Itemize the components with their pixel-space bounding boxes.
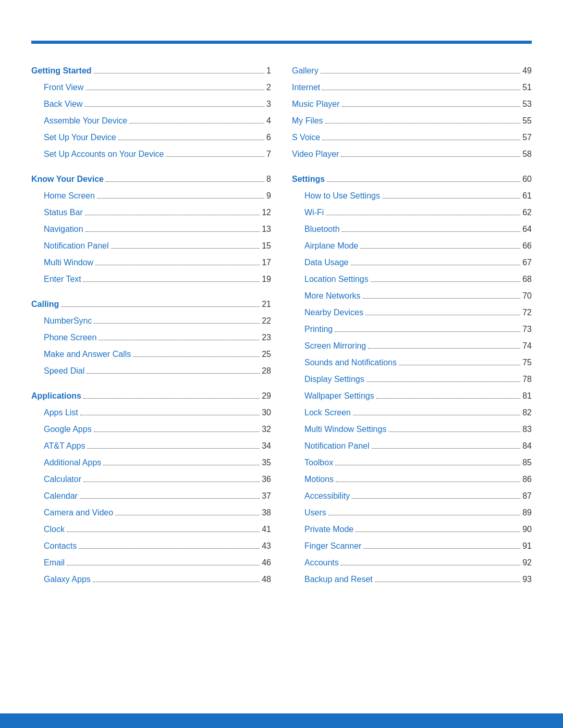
- entry-dots: [356, 532, 520, 532]
- entry-dots: [341, 565, 520, 565]
- entry-page: 64: [522, 223, 532, 236]
- entry-dots: [85, 90, 264, 90]
- toc-entry: Accessibility87: [292, 490, 532, 502]
- entry-page: 89: [522, 507, 532, 519]
- entry-title: Enter Text: [31, 273, 81, 286]
- entry-dots: [95, 265, 260, 265]
- entry-page: 66: [522, 240, 532, 252]
- footer-bar: [0, 713, 563, 728]
- entry-page: 82: [522, 406, 532, 419]
- entry-title: Calendar: [31, 490, 78, 502]
- toc-entry: Applications29: [31, 390, 271, 402]
- entry-title: Contacts: [31, 540, 77, 552]
- toc-entry: Multi Window17: [31, 256, 271, 269]
- entry-dots: [366, 381, 520, 382]
- entry-page: 34: [262, 440, 271, 452]
- entry-dots: [111, 248, 260, 249]
- toc-entry: Music Player53: [292, 98, 532, 110]
- toc-entry: Clock41: [31, 523, 271, 536]
- entry-title: Calling: [31, 298, 59, 311]
- entry-title: Galaxy Apps: [31, 573, 91, 586]
- entry-title: Camera and Video: [31, 507, 113, 519]
- entry-dots: [336, 482, 520, 482]
- entry-title: Bluetooth: [292, 223, 340, 236]
- entry-title: Make and Answer Calls: [31, 348, 131, 361]
- entry-dots: [376, 398, 521, 399]
- entry-title: Accessibility: [292, 490, 350, 502]
- entry-title: Printing: [292, 323, 333, 336]
- toc-entry: Users89: [292, 507, 532, 519]
- toc-entry: Google Apps32: [31, 423, 271, 436]
- toc-entry: Screen Mirroring74: [292, 340, 532, 352]
- entry-page: 51: [522, 81, 532, 94]
- entry-title: Phone Screen: [31, 331, 96, 344]
- toc-entry: Wi-Fi62: [292, 206, 532, 219]
- toc-entry: Notification Panel15: [31, 240, 271, 252]
- entry-dots: [67, 532, 260, 532]
- entry-page: 86: [522, 473, 532, 486]
- entry-dots: [322, 140, 520, 140]
- entry-page: 49: [522, 65, 532, 77]
- entry-title: Finger Scanner: [292, 540, 361, 552]
- entry-title: Set Up Accounts on Your Device: [31, 148, 164, 161]
- entry-dots: [99, 340, 260, 340]
- entry-page: 32: [262, 423, 271, 436]
- entry-page: 48: [262, 573, 271, 586]
- toc-entry: Notification Panel84: [292, 440, 532, 452]
- toc-entry: Front View2: [31, 81, 271, 94]
- entry-page: 25: [262, 348, 271, 361]
- entry-title: Data Usage: [292, 256, 349, 269]
- entry-page: 60: [522, 173, 532, 186]
- entry-title: Video Player: [292, 148, 339, 161]
- page: Getting Started1Front View2Back View3Ass…: [0, 0, 563, 728]
- entry-page: 57: [522, 131, 532, 144]
- entry-page: 87: [522, 490, 532, 502]
- entry-dots: [94, 73, 265, 73]
- toc-entry: Internet51: [292, 81, 532, 94]
- entry-dots: [85, 215, 260, 215]
- entry-dots: [133, 356, 260, 357]
- entry-page: 15: [262, 240, 271, 252]
- entry-page: 92: [522, 557, 532, 569]
- toc-entry: Getting Started1: [31, 65, 271, 77]
- entry-page: 53: [522, 98, 532, 110]
- entry-page: 3: [266, 98, 271, 110]
- toc-entry: Enter Text19: [31, 273, 271, 286]
- toc-entry: Multi Window Settings83: [292, 423, 532, 436]
- entry-title: S Voice: [292, 131, 320, 144]
- entry-page: 38: [262, 507, 271, 519]
- toc-entry: Bluetooth64: [292, 223, 532, 236]
- entry-page: 29: [262, 390, 271, 402]
- toc-entry: Airplane Mode66: [292, 240, 532, 252]
- entry-dots: [363, 548, 520, 549]
- entry-dots: [97, 198, 264, 199]
- entry-dots: [83, 482, 260, 482]
- left-column: Getting Started1Front View2Back View3Ass…: [31, 65, 271, 590]
- toc-entry: Phone Screen23: [31, 331, 271, 344]
- toc-entry: Settings60: [292, 173, 532, 186]
- entry-page: 9: [266, 190, 271, 202]
- entry-dots: [61, 306, 260, 307]
- entry-dots: [83, 398, 260, 399]
- entry-title: Screen Mirroring: [292, 340, 366, 352]
- entry-page: 8: [266, 173, 271, 186]
- entry-title: Clock: [31, 523, 65, 536]
- entry-page: 41: [262, 523, 271, 536]
- entry-dots: [94, 431, 260, 432]
- entry-title: Status Bar: [31, 206, 83, 219]
- entry-title: Airplane Mode: [292, 240, 358, 252]
- entry-page: 2: [266, 81, 271, 94]
- entry-title: Multi Window: [31, 256, 93, 269]
- entry-dots: [325, 123, 521, 124]
- toc-entry: Video Player58: [292, 148, 532, 161]
- toc-entry: Back View3: [31, 98, 271, 110]
- entry-title: NumberSync: [31, 315, 92, 327]
- entry-dots: [399, 365, 520, 365]
- entry-title: Calculator: [31, 473, 81, 486]
- entry-page: 68: [522, 273, 532, 286]
- entry-title: Wi-Fi: [292, 206, 324, 219]
- entry-dots: [67, 565, 260, 565]
- entry-dots: [341, 156, 520, 157]
- entry-title: How to Use Settings: [292, 190, 380, 202]
- entry-page: 73: [522, 323, 532, 336]
